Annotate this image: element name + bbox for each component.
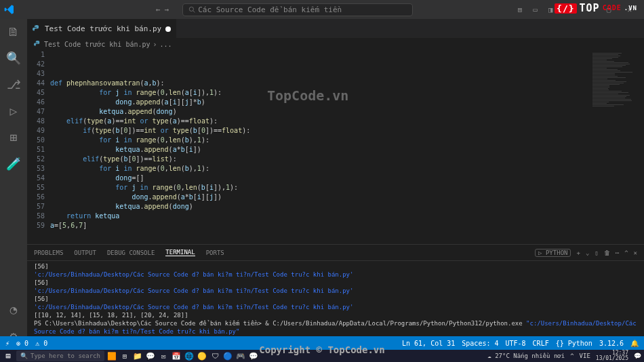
cursor-position[interactable]: Ln 61, Col 31 — [402, 340, 455, 347]
clock[interactable]: 12:3713/01/2025 — [596, 350, 628, 361]
minimap[interactable] — [590, 50, 644, 232]
search-icon — [188, 6, 195, 13]
bottom-panel: PROBLEMS OUTPUT DEBUG CONSOLE TERMINAL P… — [27, 244, 644, 336]
search-sidebar-icon[interactable]: 🔍 — [6, 51, 21, 65]
modified-indicator-icon — [165, 26, 171, 32]
code-content[interactable]: TopCode.vn def phepnhansovamatran(a,b): … — [50, 50, 590, 232]
taskbar-app[interactable]: 🟧 — [106, 350, 118, 361]
windows-search[interactable]: 🔍 Type here to search — [16, 350, 104, 361]
windows-taskbar: ⊞ 🔍 Type here to search 🟧⊞📁💬✉📅🌐🟡🛡🔵🎮💬 ☁ 2… — [0, 350, 644, 362]
taskbar-app[interactable]: 💬 — [247, 350, 260, 361]
tab-terminal[interactable]: TERMINAL — [165, 249, 195, 256]
indentation[interactable]: Spaces: 4 — [462, 340, 498, 347]
taskbar-app[interactable]: 🔵 — [222, 350, 234, 361]
tab-filename: Test Code trước khi bán.py — [45, 24, 161, 33]
account-icon[interactable]: ◔ — [10, 302, 18, 317]
breadcrumb[interactable]: Test Code trước khi bán.py › ... — [27, 38, 644, 50]
taskbar-app[interactable]: 💬 — [144, 350, 157, 361]
taskbar-app[interactable]: 🟡 — [196, 350, 208, 361]
new-terminal-button[interactable]: + — [576, 249, 580, 256]
errors-count[interactable]: ⊗ 0 — [16, 340, 28, 347]
more-actions-button[interactable]: ⋯ — [616, 249, 619, 256]
taskbar-app[interactable]: 🎮 — [235, 350, 247, 361]
weather-widget[interactable]: ☁ 27°C Nắng nhiều nơi — [487, 353, 565, 359]
taskbar-apps: 🟧⊞📁💬✉📅🌐🟡🛡🔵🎮💬 — [106, 350, 260, 361]
start-button[interactable]: ⊞ — [0, 351, 16, 361]
tab-problems[interactable]: PROBLEMS — [34, 249, 63, 256]
layout-icon[interactable]: ⊞ — [514, 3, 527, 17]
python-file-icon — [33, 25, 41, 33]
tab-ports[interactable]: PORTS — [206, 249, 224, 256]
nav-controls: ← → — [156, 5, 169, 14]
tab-output[interactable]: OUTPUT — [74, 249, 96, 256]
maximize-panel-button[interactable]: ^ — [624, 249, 628, 256]
tray-chevron-icon[interactable]: ^ — [570, 353, 573, 359]
command-search[interactable]: Các Source Code để bán kiếm tiền — [182, 3, 413, 16]
language-mode[interactable]: {} Python — [556, 340, 592, 347]
search-placeholder: Type here to search — [31, 353, 100, 359]
status-bar: ⚡ ⊗ 0 ⚠ 0 Ln 61, Col 31 Spaces: 4 UTF-8 … — [0, 336, 644, 350]
notifications-tray-icon[interactable]: 💬 — [634, 353, 641, 359]
svg-point-0 — [190, 7, 194, 11]
ime-indicator[interactable]: VIE — [580, 353, 590, 359]
explorer-icon[interactable]: 🗎 — [7, 24, 20, 39]
source-control-icon[interactable]: ⎇ — [7, 77, 21, 92]
taskbar-app[interactable]: 🌐 — [183, 350, 195, 361]
logo-braces-icon: {/} — [555, 3, 576, 14]
line-gutter: 1424344454647484950515253545556575859606… — [27, 50, 50, 232]
search-text: Các Source Code để bán kiếm tiền — [198, 5, 342, 14]
python-file-icon — [34, 41, 41, 48]
tab-debug-console[interactable]: DEBUG CONSOLE — [107, 249, 155, 256]
split-terminal-button[interactable]: ▯ — [595, 249, 598, 256]
debug-icon[interactable]: ▷ — [10, 104, 18, 118]
kill-terminal-button[interactable]: 🗑 — [604, 249, 610, 256]
taskbar-app[interactable]: 🛡 — [209, 350, 221, 361]
python-version[interactable]: 3.12.6 — [599, 340, 624, 347]
taskbar-app[interactable]: 📁 — [132, 350, 144, 361]
panel-tabs: PROBLEMS OUTPUT DEBUG CONSOLE TERMINAL P… — [27, 245, 644, 261]
remote-button[interactable]: ⚡ — [5, 340, 9, 347]
search-icon: 🔍 — [20, 353, 28, 359]
terminal-selector[interactable]: ▷ Python — [535, 249, 571, 257]
breadcrumb-sep: › — [153, 41, 157, 48]
panel-icon[interactable]: ▭ — [529, 3, 542, 17]
testing-icon[interactable]: 🧪 — [6, 157, 21, 171]
notifications-icon[interactable]: 🔔 — [630, 340, 639, 347]
nav-forward-button[interactable]: → — [165, 5, 169, 14]
chevron-down-icon[interactable]: ⌄ — [586, 249, 589, 256]
activity-bar: 🗎 🔍 ⎇ ▷ ⊞ 🧪 ◔ ⚙ — [0, 19, 27, 348]
nav-back-button[interactable]: ← — [156, 5, 161, 14]
vscode-logo-icon — [4, 4, 15, 15]
taskbar-app[interactable]: ✉ — [157, 350, 169, 361]
warnings-count[interactable]: ⚠ 0 — [35, 340, 47, 347]
breadcrumb-more: ... — [160, 41, 172, 48]
encoding[interactable]: UTF-8 — [505, 340, 525, 347]
editor-area[interactable]: 1424344454647484950515253545556575859606… — [27, 50, 644, 232]
taskbar-app[interactable]: 📅 — [170, 350, 182, 361]
close-panel-button[interactable]: ✕ — [634, 249, 637, 256]
breadcrumb-file: Test Code trước khi bán.py — [44, 41, 150, 48]
taskbar-app[interactable]: ⊞ — [119, 350, 131, 361]
topcode-logo: {/} TOPCODE.VN — [555, 2, 637, 14]
tab-file[interactable]: Test Code trước khi bán.py — [27, 19, 176, 38]
editor-tabs: Test Code trước khi bán.py — [27, 19, 644, 38]
titlebar: ← → Các Source Code để bán kiếm tiền ⊞ ▭… — [0, 0, 644, 19]
eol[interactable]: CRLF — [533, 340, 549, 347]
terminal-content[interactable]: [56]'c:/Users/Binhadua/Desktop/Các Sourc… — [27, 261, 644, 336]
extensions-icon[interactable]: ⊞ — [10, 130, 18, 144]
